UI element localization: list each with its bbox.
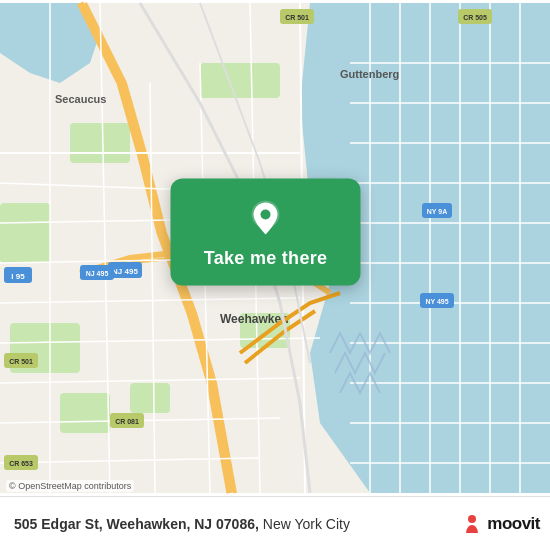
moovit-logo: moovit [461,513,540,535]
svg-point-67 [261,209,271,219]
svg-text:CR 505: CR 505 [463,14,487,21]
location-pin-icon [244,196,288,240]
take-me-there-button[interactable]: Take me there [204,248,328,269]
svg-rect-8 [60,393,110,433]
svg-text:NY 9A: NY 9A [427,208,448,215]
moovit-person-icon [461,513,483,535]
address-city: New York City [263,516,350,532]
navigation-card[interactable]: Take me there [171,178,361,285]
svg-text:CR 081: CR 081 [115,418,139,425]
svg-text:I 95: I 95 [11,272,25,281]
svg-text:CR 501: CR 501 [285,14,309,21]
app-container: I 95 NJ 495 CR 501 CR 505 CR 501 CR 081 … [0,0,550,550]
svg-text:CR 653: CR 653 [9,460,33,467]
svg-rect-6 [0,203,50,263]
svg-text:NJ 495: NJ 495 [86,270,109,277]
osm-attribution: © OpenStreetMap contributors [6,480,134,492]
svg-text:Secaucus: Secaucus [55,93,106,105]
svg-rect-4 [70,123,130,163]
svg-text:Guttenberg: Guttenberg [340,68,399,80]
svg-text:CR 501: CR 501 [9,358,33,365]
bottom-bar: 505 Edgar St, Weehawken, NJ 07086, New Y… [0,496,550,550]
svg-text:NJ 495: NJ 495 [112,267,138,276]
address-street: 505 Edgar St, Weehawken, NJ 07086, [14,516,259,532]
moovit-text: moovit [487,514,540,534]
svg-rect-9 [130,383,170,413]
address-text: 505 Edgar St, Weehawken, NJ 07086, New Y… [14,516,461,532]
map-area: I 95 NJ 495 CR 501 CR 505 CR 501 CR 081 … [0,0,550,496]
svg-rect-5 [200,63,280,98]
svg-point-68 [468,515,476,523]
svg-text:NY 495: NY 495 [425,298,448,305]
